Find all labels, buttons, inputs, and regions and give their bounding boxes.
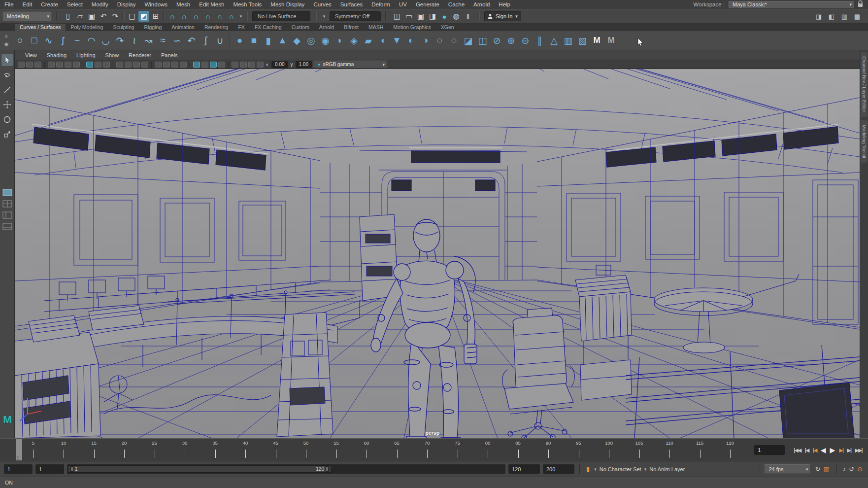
mash-editor-icon[interactable]: M xyxy=(604,33,618,48)
grease-pencil-icon[interactable] xyxy=(73,62,80,68)
menu-display[interactable]: Display xyxy=(113,1,140,7)
snap-to-view-planes-icon[interactable]: ∩ xyxy=(214,11,225,22)
select-component-mode-icon[interactable]: ⊞ xyxy=(150,11,161,22)
menu-cache[interactable]: Cache xyxy=(444,1,469,7)
mash-network-icon[interactable]: M xyxy=(590,33,604,48)
pencil-curve-tool-icon[interactable]: ~ xyxy=(70,33,84,48)
tool-settings-toggle-icon[interactable]: ◧ xyxy=(826,11,837,22)
menu-help[interactable]: Help xyxy=(494,1,515,7)
timeline-playhead[interactable]: 1 xyxy=(16,439,22,460)
gate-mask-icon[interactable] xyxy=(116,62,123,68)
ipr-render-icon[interactable]: ▣ xyxy=(415,11,426,22)
snap-to-projected-center-icon[interactable]: ∩ xyxy=(202,11,213,22)
menu-mesh-tools[interactable]: Mesh Tools xyxy=(229,1,266,7)
project-curve-icon[interactable]: ◐ xyxy=(404,33,418,48)
view-transform-dropdown[interactable]: ● sRGB gamma ▾ xyxy=(313,61,387,68)
playback-start-field[interactable]: 1 xyxy=(35,464,64,474)
lasso-tool-button[interactable] xyxy=(1,69,13,81)
channel-box-toggle-icon[interactable]: ▥ xyxy=(839,11,850,22)
shelf-menu-icon[interactable]: ≡ xyxy=(5,34,8,39)
field-chart-icon[interactable] xyxy=(125,62,132,68)
shelf-tab-fx-caching[interactable]: FX Caching xyxy=(250,24,287,31)
character-set-selector[interactable]: No Character Set xyxy=(600,466,641,472)
safe-title-icon[interactable] xyxy=(141,62,148,68)
range-slider[interactable]: 1 120 xyxy=(67,464,505,474)
render-current-frame-icon[interactable]: ▭ xyxy=(403,11,414,22)
range-end-grip[interactable] xyxy=(326,466,329,472)
shelf-tab-bifrost[interactable]: Bifrost xyxy=(339,24,364,31)
reverse-curve-icon[interactable]: ↶ xyxy=(184,33,199,48)
scene-render-filter-icon[interactable] xyxy=(257,62,264,68)
shelf-tab-mash[interactable]: MASH xyxy=(364,24,388,31)
undo-icon[interactable]: ↶ xyxy=(98,11,109,22)
attach-surfaces-icon[interactable]: ⊕ xyxy=(504,33,518,48)
intersect-surfaces-icon[interactable]: ⊘ xyxy=(490,33,504,48)
wireframe-on-shaded-icon[interactable] xyxy=(232,62,238,68)
character-set-caret-icon[interactable]: ▾ xyxy=(594,467,597,472)
select-camera-icon[interactable] xyxy=(18,62,25,68)
playback-end-field[interactable]: 120 xyxy=(508,464,540,474)
birail-icon[interactable]: ◖ xyxy=(375,33,390,48)
open-render-view-icon[interactable]: ◫ xyxy=(392,11,402,22)
menu-surfaces[interactable]: Surfaces xyxy=(336,1,367,7)
playback-loop-icon[interactable]: ↻ xyxy=(813,465,822,473)
highlight-selection-icon[interactable] xyxy=(155,62,162,68)
layout-four-pane-button[interactable] xyxy=(2,200,12,208)
gamma-icon[interactable]: γ xyxy=(290,62,294,67)
animation-end-field[interactable]: 200 xyxy=(543,464,574,474)
select-tool-button[interactable] xyxy=(1,54,13,66)
panel-menu-view[interactable]: View xyxy=(21,52,41,58)
detach-surfaces-icon[interactable]: ⊖ xyxy=(518,33,533,48)
outliner-toggle-icon[interactable]: ▤ xyxy=(852,11,863,22)
exposure-icon[interactable]: ◐ xyxy=(265,62,270,67)
nurbs-circle-icon[interactable]: ○ xyxy=(13,33,27,48)
shadows-icon[interactable] xyxy=(180,62,187,68)
insert-knot-icon[interactable]: ≀ xyxy=(127,33,141,48)
shelf-gear-icon[interactable]: ◉ xyxy=(4,42,9,47)
sign-in-button[interactable]: Sign In ▾ xyxy=(484,11,521,21)
shelf-tab-rigging[interactable]: Rigging xyxy=(139,24,167,31)
freeform-fillet-icon[interactable]: ◌ xyxy=(447,33,461,48)
menu-select[interactable]: Select xyxy=(63,1,87,7)
bookmark-icon[interactable] xyxy=(48,62,55,68)
render-sequence-icon[interactable]: ◨ xyxy=(427,11,438,22)
step-back-key-button[interactable]: |◀ xyxy=(811,447,819,453)
play-backwards-button[interactable]: ◀ xyxy=(819,446,828,454)
step-back-frame-button[interactable]: |◀ xyxy=(803,447,811,453)
default-material-icon[interactable] xyxy=(240,62,247,68)
insert-isoparms-icon[interactable]: ▥ xyxy=(561,33,575,48)
bevel-plus-icon[interactable]: ▼ xyxy=(390,33,404,48)
snap-to-grids-icon[interactable]: ∩ xyxy=(167,11,178,22)
nurbs-cube-icon[interactable]: ■ xyxy=(247,33,261,48)
revolve-icon[interactable]: ◉ xyxy=(318,33,333,48)
shelf-tab-animation[interactable]: Animation xyxy=(167,24,200,31)
safe-action-icon[interactable] xyxy=(133,62,140,68)
light-editor-icon[interactable]: ◍ xyxy=(451,11,462,22)
three-point-arc-icon[interactable]: ◡ xyxy=(99,33,113,48)
shelf-tab-arnold[interactable]: Arnold xyxy=(314,24,339,31)
menu-edit[interactable]: Edit xyxy=(18,1,37,7)
shelf-tab-poly-modeling[interactable]: Poly Modeling xyxy=(66,24,108,31)
panel-menu-show[interactable]: Show xyxy=(101,52,124,58)
shelf-tab-sculpting[interactable]: Sculpting xyxy=(108,24,139,31)
camera-attributes-icon[interactable] xyxy=(34,62,41,68)
shelf-tab-curves-surfaces[interactable]: Curves / Surfaces xyxy=(15,24,66,31)
planar-icon[interactable]: ◈ xyxy=(347,33,361,48)
object-details-icon[interactable] xyxy=(163,62,170,68)
pause-viewport-icon[interactable]: ‖ xyxy=(463,11,473,22)
layout-persp-outliner-button[interactable] xyxy=(2,211,12,219)
menu-deform[interactable]: Deform xyxy=(367,1,395,7)
menu-arnold[interactable]: Arnold xyxy=(469,1,494,7)
playback-speed-icon[interactable]: ↺ xyxy=(847,465,856,473)
menu-file[interactable]: File xyxy=(0,1,18,7)
scale-tool-button[interactable] xyxy=(1,128,13,140)
menu-generate[interactable]: Generate xyxy=(411,1,444,7)
save-scene-icon[interactable]: ▣ xyxy=(86,11,97,22)
attach-curves-icon[interactable]: ∪ xyxy=(213,33,227,48)
open-scene-icon[interactable]: ▱ xyxy=(74,11,85,22)
current-frame-field[interactable]: 1 xyxy=(754,445,785,455)
make-object-live-icon[interactable]: ∩ xyxy=(226,11,237,22)
xray-icon[interactable] xyxy=(218,62,225,68)
panel-menu-shading[interactable]: Shading xyxy=(42,52,71,58)
image-plane-icon[interactable] xyxy=(56,62,63,68)
